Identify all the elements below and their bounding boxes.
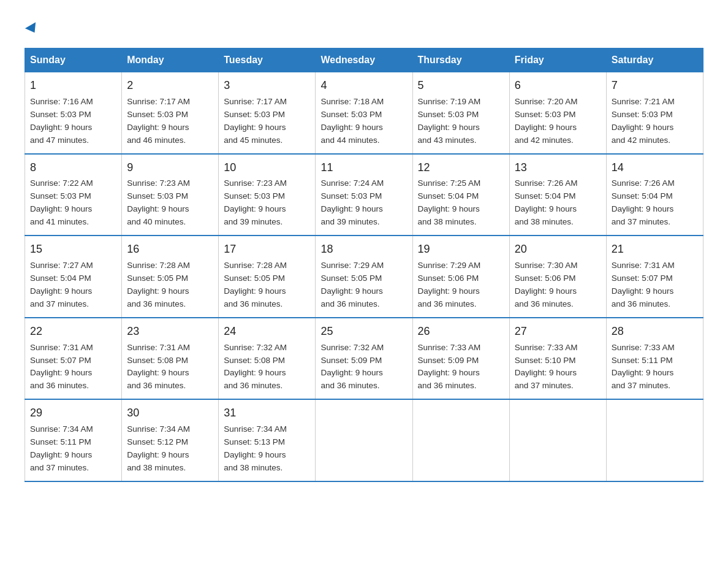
calendar-cell: [509, 399, 606, 481]
day-number: 6: [515, 77, 601, 94]
day-info: Sunrise: 7:32 AMSunset: 5:09 PMDaylight:…: [320, 343, 384, 391]
calendar-cell: 18Sunrise: 7:29 AMSunset: 5:05 PMDayligh…: [316, 236, 412, 318]
header-sunday: Sunday: [25, 48, 122, 72]
day-info: Sunrise: 7:23 AMSunset: 5:03 PMDaylight:…: [127, 178, 190, 226]
day-info: Sunrise: 7:22 AMSunset: 5:03 PMDaylight:…: [30, 178, 93, 226]
day-number: 13: [515, 159, 601, 177]
day-number: 18: [320, 241, 407, 258]
calendar-cell: 25Sunrise: 7:32 AMSunset: 5:09 PMDayligh…: [316, 318, 412, 400]
day-info: Sunrise: 7:20 AMSunset: 5:03 PMDaylight:…: [515, 97, 578, 145]
calendar-week-1: 1Sunrise: 7:16 AMSunset: 5:03 PMDaylight…: [25, 72, 703, 154]
calendar-cell: [606, 399, 703, 481]
calendar-cell: 28Sunrise: 7:33 AMSunset: 5:11 PMDayligh…: [606, 318, 703, 400]
calendar-cell: 17Sunrise: 7:28 AMSunset: 5:05 PMDayligh…: [219, 236, 316, 318]
day-info: Sunrise: 7:33 AMSunset: 5:09 PMDaylight:…: [418, 343, 481, 391]
day-info: Sunrise: 7:28 AMSunset: 5:05 PMDaylight:…: [127, 261, 190, 308]
calendar-cell: 11Sunrise: 7:24 AMSunset: 5:03 PMDayligh…: [316, 154, 412, 236]
day-info: Sunrise: 7:33 AMSunset: 5:11 PMDaylight:…: [612, 343, 675, 391]
day-number: 5: [418, 77, 504, 94]
day-number: 19: [418, 241, 504, 258]
logo-general-line: [25, 18, 39, 36]
day-info: Sunrise: 7:29 AMSunset: 5:05 PMDaylight:…: [320, 261, 384, 308]
day-number: 14: [612, 159, 698, 177]
day-number: 12: [418, 159, 504, 177]
calendar-cell: 23Sunrise: 7:31 AMSunset: 5:08 PMDayligh…: [122, 318, 219, 400]
day-number: 22: [30, 323, 116, 340]
calendar-cell: 5Sunrise: 7:19 AMSunset: 5:03 PMDaylight…: [412, 72, 509, 154]
day-info: Sunrise: 7:31 AMSunset: 5:07 PMDaylight:…: [612, 261, 675, 308]
day-number: 2: [127, 77, 213, 94]
logo: [25, 18, 39, 36]
calendar-cell: 2Sunrise: 7:17 AMSunset: 5:03 PMDaylight…: [122, 72, 219, 154]
calendar-cell: [412, 399, 509, 481]
day-number: 1: [30, 77, 116, 94]
calendar-cell: 6Sunrise: 7:20 AMSunset: 5:03 PMDaylight…: [509, 72, 606, 154]
day-number: 31: [224, 405, 310, 422]
calendar-cell: 1Sunrise: 7:16 AMSunset: 5:03 PMDaylight…: [25, 72, 122, 154]
day-number: 29: [30, 405, 116, 422]
calendar-week-3: 15Sunrise: 7:27 AMSunset: 5:04 PMDayligh…: [25, 236, 703, 318]
day-number: 15: [30, 241, 116, 258]
calendar-table: SundayMondayTuesdayWednesdayThursdayFrid…: [25, 48, 703, 482]
day-number: 4: [320, 77, 407, 94]
day-info: Sunrise: 7:26 AMSunset: 5:04 PMDaylight:…: [612, 178, 675, 226]
day-info: Sunrise: 7:26 AMSunset: 5:04 PMDaylight:…: [515, 178, 578, 226]
header-thursday: Thursday: [412, 48, 509, 72]
day-number: 11: [320, 159, 407, 177]
day-info: Sunrise: 7:34 AMSunset: 5:11 PMDaylight:…: [30, 424, 93, 472]
day-info: Sunrise: 7:28 AMSunset: 5:05 PMDaylight:…: [224, 261, 287, 308]
calendar-week-5: 29Sunrise: 7:34 AMSunset: 5:11 PMDayligh…: [25, 399, 703, 481]
day-info: Sunrise: 7:30 AMSunset: 5:06 PMDaylight:…: [515, 261, 578, 308]
day-number: 30: [127, 405, 213, 422]
calendar-cell: 12Sunrise: 7:25 AMSunset: 5:04 PMDayligh…: [412, 154, 509, 236]
day-number: 23: [127, 323, 213, 340]
calendar-header-row: SundayMondayTuesdayWednesdayThursdayFrid…: [25, 48, 703, 72]
calendar-cell: 27Sunrise: 7:33 AMSunset: 5:10 PMDayligh…: [509, 318, 606, 400]
day-number: 10: [224, 159, 310, 177]
calendar-cell: 13Sunrise: 7:26 AMSunset: 5:04 PMDayligh…: [509, 154, 606, 236]
day-info: Sunrise: 7:18 AMSunset: 5:03 PMDaylight:…: [320, 97, 384, 145]
calendar-cell: 7Sunrise: 7:21 AMSunset: 5:03 PMDaylight…: [606, 72, 703, 154]
day-info: Sunrise: 7:33 AMSunset: 5:10 PMDaylight:…: [515, 343, 578, 391]
calendar-cell: 10Sunrise: 7:23 AMSunset: 5:03 PMDayligh…: [219, 154, 316, 236]
day-number: 24: [224, 323, 310, 340]
calendar-cell: 19Sunrise: 7:29 AMSunset: 5:06 PMDayligh…: [412, 236, 509, 318]
day-info: Sunrise: 7:31 AMSunset: 5:07 PMDaylight:…: [30, 343, 93, 391]
day-number: 25: [320, 323, 407, 340]
calendar-cell: 15Sunrise: 7:27 AMSunset: 5:04 PMDayligh…: [25, 236, 122, 318]
day-number: 27: [515, 323, 601, 340]
day-info: Sunrise: 7:34 AMSunset: 5:12 PMDaylight:…: [127, 424, 190, 472]
calendar-week-4: 22Sunrise: 7:31 AMSunset: 5:07 PMDayligh…: [25, 318, 703, 400]
header-wednesday: Wednesday: [316, 48, 412, 72]
calendar-cell: 26Sunrise: 7:33 AMSunset: 5:09 PMDayligh…: [412, 318, 509, 400]
calendar-cell: 14Sunrise: 7:26 AMSunset: 5:04 PMDayligh…: [606, 154, 703, 236]
calendar-cell: 24Sunrise: 7:32 AMSunset: 5:08 PMDayligh…: [219, 318, 316, 400]
day-number: 7: [612, 77, 698, 94]
day-number: 16: [127, 241, 213, 258]
day-info: Sunrise: 7:34 AMSunset: 5:13 PMDaylight:…: [224, 424, 287, 472]
day-number: 28: [612, 323, 698, 340]
calendar-cell: 29Sunrise: 7:34 AMSunset: 5:11 PMDayligh…: [25, 399, 122, 481]
day-number: 26: [418, 323, 504, 340]
day-info: Sunrise: 7:17 AMSunset: 5:03 PMDaylight:…: [224, 97, 287, 145]
day-info: Sunrise: 7:27 AMSunset: 5:04 PMDaylight:…: [30, 261, 93, 308]
day-info: Sunrise: 7:21 AMSunset: 5:03 PMDaylight:…: [612, 97, 675, 145]
day-info: Sunrise: 7:17 AMSunset: 5:03 PMDaylight:…: [127, 97, 190, 145]
day-number: 17: [224, 241, 310, 258]
header-saturday: Saturday: [606, 48, 703, 72]
day-number: 21: [612, 241, 698, 258]
calendar-cell: 4Sunrise: 7:18 AMSunset: 5:03 PMDaylight…: [316, 72, 412, 154]
header-tuesday: Tuesday: [219, 48, 316, 72]
day-info: Sunrise: 7:24 AMSunset: 5:03 PMDaylight:…: [320, 178, 384, 226]
header-monday: Monday: [122, 48, 219, 72]
day-info: Sunrise: 7:32 AMSunset: 5:08 PMDaylight:…: [224, 343, 287, 391]
day-info: Sunrise: 7:25 AMSunset: 5:04 PMDaylight:…: [418, 178, 481, 226]
calendar-cell: 9Sunrise: 7:23 AMSunset: 5:03 PMDaylight…: [122, 154, 219, 236]
logo-triangle-icon: [25, 22, 40, 36]
calendar-cell: 3Sunrise: 7:17 AMSunset: 5:03 PMDaylight…: [219, 72, 316, 154]
day-info: Sunrise: 7:31 AMSunset: 5:08 PMDaylight:…: [127, 343, 190, 391]
calendar-cell: 22Sunrise: 7:31 AMSunset: 5:07 PMDayligh…: [25, 318, 122, 400]
day-info: Sunrise: 7:23 AMSunset: 5:03 PMDaylight:…: [224, 178, 287, 226]
calendar-cell: [316, 399, 412, 481]
day-number: 3: [224, 77, 310, 94]
